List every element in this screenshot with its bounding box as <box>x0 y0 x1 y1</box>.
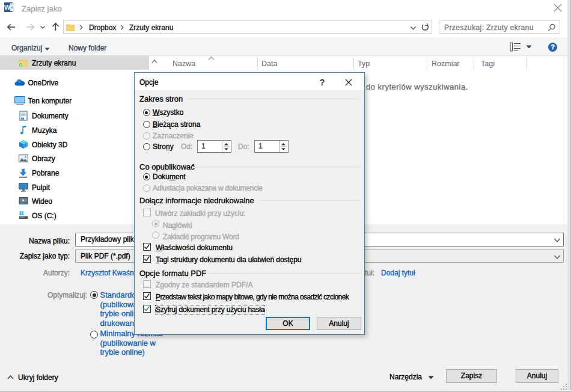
svg-text:W: W <box>4 4 11 11</box>
